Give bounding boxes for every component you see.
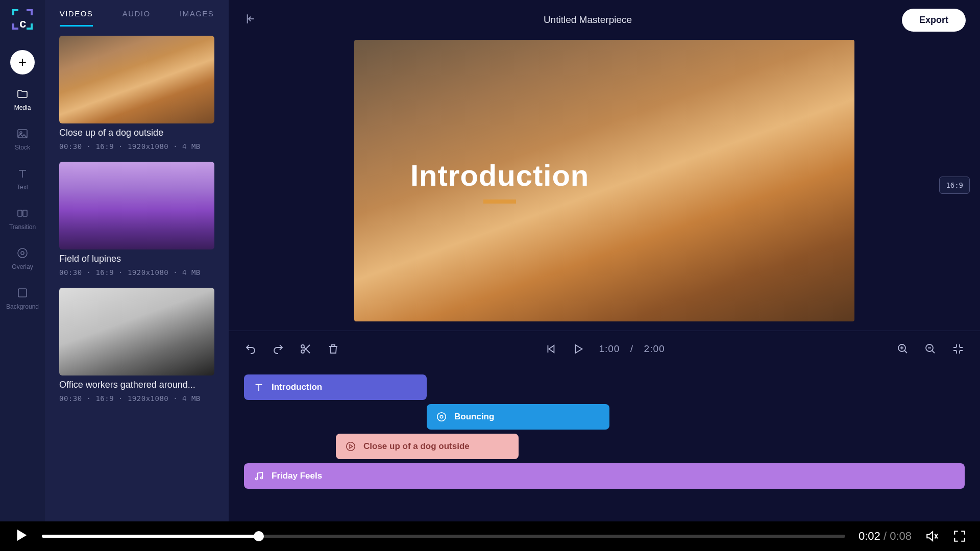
add-button[interactable]: +	[10, 50, 35, 74]
rail-item-text[interactable]: Text	[0, 163, 45, 194]
rail-item-media[interactable]: Media	[0, 84, 45, 114]
svg-rect-3	[23, 210, 27, 216]
edit-controls	[244, 342, 340, 356]
media-list: Close up of a dog outside 00:30 · 16:9 ·…	[45, 27, 229, 521]
text-icon	[15, 166, 30, 181]
time-separator: /	[630, 343, 633, 354]
timeline-controls: 1:00 / 2:00	[229, 331, 980, 366]
preview-title-text: Introduction	[410, 158, 589, 192]
svg-rect-6	[18, 289, 27, 297]
music-icon	[253, 470, 264, 482]
rail-item-label: Media	[14, 104, 31, 111]
player-seek-track[interactable]	[42, 535, 845, 538]
svg-point-15	[261, 477, 263, 479]
tab-images[interactable]: IMAGES	[180, 9, 214, 27]
svg-point-12	[440, 415, 443, 418]
minimize-icon[interactable]	[951, 342, 965, 356]
rail-item-label: Transition	[9, 223, 36, 231]
play-icon[interactable]	[571, 342, 584, 356]
rail-item-stock[interactable]: Stock	[0, 123, 45, 154]
track-label: Close up of a dog outside	[363, 441, 470, 452]
fullscreen-icon[interactable]	[952, 529, 967, 543]
collapse-panel-icon[interactable]	[243, 12, 256, 28]
nav-rail: c + Media Stock Text Transition Overlay …	[0, 0, 45, 521]
media-item[interactable]: Field of lupines 00:30 · 16:9 · 1920x108…	[59, 162, 214, 277]
media-meta: 00:30 · 16:9 · 980x551 · 4 MB	[59, 394, 214, 403]
media-meta: 00:30 · 16:9 · 980x551 · 4 MB	[59, 142, 214, 151]
player-time-duration: 0:08	[890, 530, 912, 542]
time-current: 1:00	[599, 343, 620, 354]
mute-icon[interactable]	[925, 529, 939, 543]
player-seek-fill	[42, 535, 259, 538]
app-logo: c	[10, 7, 35, 32]
preview-row: Introduction 16:9	[229, 40, 980, 331]
rail-item-overlay[interactable]: Overlay	[0, 243, 45, 273]
media-thumbnail	[59, 162, 214, 249]
export-button[interactable]: Export	[902, 9, 966, 32]
rail-item-label: Stock	[15, 144, 30, 151]
square-icon	[15, 286, 30, 300]
svg-rect-2	[18, 210, 22, 216]
aspect-ratio-badge[interactable]: 16:9	[939, 177, 970, 194]
rail-item-transition[interactable]: Transition	[0, 203, 45, 234]
redo-icon[interactable]	[272, 342, 285, 356]
timeline-timecode: 1:00 / 2:00	[599, 343, 665, 355]
track-audio[interactable]: Friday Feels	[244, 463, 965, 489]
svg-point-1	[20, 132, 22, 134]
rail-item-label: Background	[6, 303, 39, 310]
player-time-sep: /	[880, 530, 890, 542]
player-time-current: 0:02	[859, 530, 880, 542]
svg-point-14	[256, 478, 258, 480]
media-thumbnail	[59, 36, 214, 123]
editor: Untitled Masterpiece Export Introduction…	[229, 0, 980, 521]
scissors-icon[interactable]	[299, 342, 312, 356]
record-icon	[15, 246, 30, 260]
undo-icon[interactable]	[244, 342, 257, 356]
transition-icon	[15, 206, 30, 220]
zoom-out-icon[interactable]	[924, 342, 937, 356]
rail-item-label: Overlay	[12, 263, 33, 270]
project-title[interactable]: Untitled Masterpiece	[274, 14, 902, 26]
track-label: Introduction	[272, 382, 322, 392]
svg-point-5	[21, 252, 24, 255]
svg-point-4	[18, 248, 27, 258]
play-circle-icon	[345, 441, 356, 452]
trash-icon[interactable]	[327, 342, 340, 356]
track-overlay[interactable]: Bouncing	[427, 404, 609, 430]
playback-controls: 1:00 / 2:00	[544, 342, 665, 356]
preview-underline	[483, 199, 516, 204]
time-total: 2:00	[644, 343, 665, 354]
rail-item-label: Text	[17, 184, 28, 191]
track-label: Bouncing	[454, 412, 494, 422]
rail-item-background[interactable]: Background	[0, 283, 45, 313]
media-title: Field of lupines	[59, 254, 214, 264]
player-bar: 0:02 / 0:08	[0, 521, 980, 551]
media-panel: VIDEOS AUDIO IMAGES Close up of a dog ou…	[45, 0, 229, 521]
skip-start-icon[interactable]	[544, 342, 557, 356]
timeline[interactable]: Introduction Bouncing Close up of a dog …	[229, 366, 980, 521]
tab-videos[interactable]: VIDEOS	[60, 9, 93, 27]
track-label: Friday Feels	[272, 471, 322, 481]
record-icon	[436, 411, 447, 422]
media-title: Close up of a dog outside	[59, 128, 214, 138]
view-controls	[896, 342, 965, 356]
media-meta: 00:30 · 16:9 · 980x551 · 4 MB	[59, 268, 214, 277]
player-play-icon[interactable]	[13, 528, 29, 545]
media-item[interactable]: Office workers gathered around... 00:30 …	[59, 288, 214, 403]
svg-point-11	[437, 413, 446, 421]
track-text[interactable]: Introduction	[244, 374, 427, 400]
media-thumbnail	[59, 288, 214, 375]
tab-audio[interactable]: AUDIO	[122, 9, 151, 27]
media-title: Office workers gathered around...	[59, 380, 214, 390]
topbar: Untitled Masterpiece Export	[229, 0, 980, 40]
video-preview[interactable]: Introduction	[354, 40, 854, 321]
preview-text-overlay: Introduction	[410, 158, 589, 204]
media-item[interactable]: Close up of a dog outside 00:30 · 16:9 ·…	[59, 36, 214, 151]
media-tabs: VIDEOS AUDIO IMAGES	[45, 0, 229, 27]
text-icon	[253, 382, 264, 393]
image-icon	[15, 127, 30, 141]
svg-point-13	[347, 442, 355, 451]
zoom-in-icon[interactable]	[896, 342, 910, 356]
track-video-clip[interactable]: Close up of a dog outside	[336, 434, 519, 459]
player-seek-knob[interactable]	[254, 531, 264, 541]
